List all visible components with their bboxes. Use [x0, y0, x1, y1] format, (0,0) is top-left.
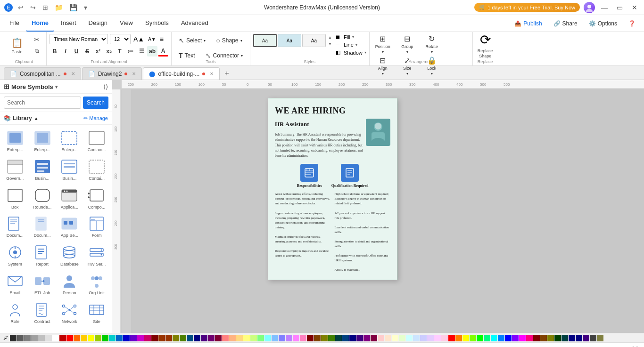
font-name-select[interactable]: Times New Roman [50, 34, 108, 44]
minimize-btn[interactable]: — [599, 2, 610, 13]
text-style-btn[interactable]: T [115, 46, 125, 56]
color-swatch-11[interactable] [88, 335, 94, 341]
color-swatch-27[interactable] [201, 335, 207, 341]
align-btn[interactable]: ⊟ Align ▾ [372, 56, 393, 76]
color-swatch-75[interactable] [540, 335, 547, 341]
symbol-contain[interactable]: Contain... [83, 127, 110, 154]
group-btn[interactable]: ⊟ Group ▾ [397, 34, 418, 55]
color-swatch-61[interactable] [441, 335, 448, 341]
align-para-btn[interactable]: ≡ [159, 34, 165, 44]
color-swatch-46[interactable] [335, 335, 342, 341]
symbol-docum2[interactable]: Docum... [29, 212, 56, 240]
color-swatch-83[interactable] [597, 335, 603, 341]
symbol-enterprise1[interactable]: Enterp... [2, 127, 28, 154]
close-btn[interactable]: ✕ [629, 2, 640, 13]
shadow-dropdown[interactable]: ▾ [364, 50, 366, 55]
canvas-scroll[interactable]: WE ARE HIRING HR Assistant [131, 89, 644, 333]
underline-btn[interactable]: U [71, 46, 82, 56]
color-swatch-18[interactable] [137, 335, 144, 341]
share-btn[interactable]: 🔗 Share [549, 18, 582, 29]
color-swatch-81[interactable] [583, 335, 589, 341]
copy-btn[interactable]: ⧉ [30, 46, 43, 56]
color-swatch-53[interactable] [385, 335, 391, 341]
color-swatch-77[interactable] [554, 335, 561, 341]
select-btn[interactable]: ↖ Select ▾ [174, 34, 210, 47]
new-btn[interactable]: ⊞ [41, 3, 50, 12]
search-input[interactable] [4, 97, 81, 109]
zoom-out-btn[interactable]: − [553, 346, 557, 347]
library-title-btn[interactable]: 📚 Library ▲ [4, 115, 39, 121]
menu-insert[interactable]: Insert [55, 15, 82, 32]
redo-btn[interactable]: ↪ [28, 3, 38, 12]
publish-btn[interactable]: 📤 Publish [510, 18, 546, 29]
color-swatch-13[interactable] [102, 335, 108, 341]
color-swatch-1[interactable] [17, 335, 24, 341]
subscript-btn[interactable]: x₂ [104, 46, 114, 56]
color-swatch-64[interactable] [462, 335, 469, 341]
color-swatch-3[interactable] [31, 335, 38, 341]
more-btn[interactable]: ▾ [82, 3, 89, 12]
color-swatch-6[interactable] [52, 335, 59, 341]
color-swatch-63[interactable] [455, 335, 462, 341]
style-swatch-2[interactable]: Aa [278, 34, 301, 47]
color-swatch-56[interactable] [406, 335, 413, 341]
color-swatch-41[interactable] [300, 335, 306, 341]
symbol-contract[interactable]: Contract [29, 299, 56, 326]
symbol-network[interactable]: Network [57, 299, 83, 326]
color-swatch-73[interactable] [526, 335, 533, 341]
color-swatch-65[interactable] [470, 335, 476, 341]
color-swatch-60[interactable] [434, 335, 441, 341]
superscript-btn[interactable]: x² [93, 46, 103, 56]
search-button[interactable]: Search [83, 97, 108, 109]
color-swatch-9[interactable] [74, 335, 80, 341]
tab-office-close[interactable]: ✕ [210, 71, 214, 76]
menu-advanced[interactable]: Advanced [175, 15, 214, 32]
color-swatch-39[interactable] [286, 335, 292, 341]
more-symbols-btn[interactable]: ⊞ More Symbols ▾ [4, 83, 58, 90]
color-swatch-29[interactable] [215, 335, 222, 341]
color-swatch-37[interactable] [272, 335, 278, 341]
color-swatch-4[interactable] [38, 335, 45, 341]
color-swatch-58[interactable] [420, 335, 427, 341]
italic-btn[interactable]: I [60, 46, 71, 56]
menu-design[interactable]: Design [83, 15, 113, 32]
symbol-system[interactable]: System [2, 241, 28, 269]
color-swatch-30[interactable] [222, 335, 229, 341]
lock-btn[interactable]: 🔒 Lock ▾ [421, 56, 442, 76]
tab-office[interactable]: ⬤ office-building-... ✕ [143, 67, 220, 80]
color-swatch-48[interactable] [349, 335, 356, 341]
color-swatch-10[interactable] [81, 335, 87, 341]
symbol-orgunit[interactable]: Org Unit [83, 270, 110, 298]
scroll-down-btn[interactable]: ▼ [327, 41, 333, 47]
symbol-busin2[interactable]: Busin... [57, 155, 83, 183]
color-swatch-32[interactable] [236, 335, 243, 341]
symbol-person[interactable]: Person [57, 270, 83, 298]
color-swatch-33[interactable] [243, 335, 250, 341]
color-swatch-70[interactable] [505, 335, 512, 341]
color-swatch-82[interactable] [590, 335, 596, 341]
symbol-govern[interactable]: Govern... [2, 155, 28, 183]
list-btn[interactable]: ≔ [125, 46, 136, 56]
color-swatch-16[interactable] [123, 335, 130, 341]
symbol-email[interactable]: Email [2, 270, 28, 298]
symbol-database[interactable]: Database [57, 241, 83, 269]
tab-drawing2[interactable]: 📄 Drawing2 ✕ [82, 67, 142, 80]
help-btn[interactable]: ❓ [624, 18, 640, 29]
text-color-btn[interactable]: A [158, 46, 168, 56]
color-swatch-12[interactable] [95, 335, 101, 341]
color-swatch-74[interactable] [533, 335, 540, 341]
color-swatch-57[interactable] [413, 335, 420, 341]
symbol-docum1[interactable]: Docum... [2, 212, 28, 240]
manage-btn[interactable]: ✏ Manage [83, 115, 108, 121]
font-size-select[interactable]: 12 [110, 34, 131, 44]
menu-file[interactable]: File [4, 15, 25, 32]
color-swatch-24[interactable] [180, 335, 186, 341]
user-avatar[interactable] [584, 2, 595, 13]
color-swatch-55[interactable] [399, 335, 405, 341]
color-swatch-25[interactable] [187, 335, 193, 341]
strikethrough-btn[interactable]: S [82, 46, 92, 56]
color-swatch-69[interactable] [498, 335, 504, 341]
symbol-etl[interactable]: ETL Job [29, 270, 56, 298]
style-swatch-3[interactable]: Aa [302, 34, 326, 47]
symbol-hwser[interactable]: HW Ser... [83, 241, 110, 269]
